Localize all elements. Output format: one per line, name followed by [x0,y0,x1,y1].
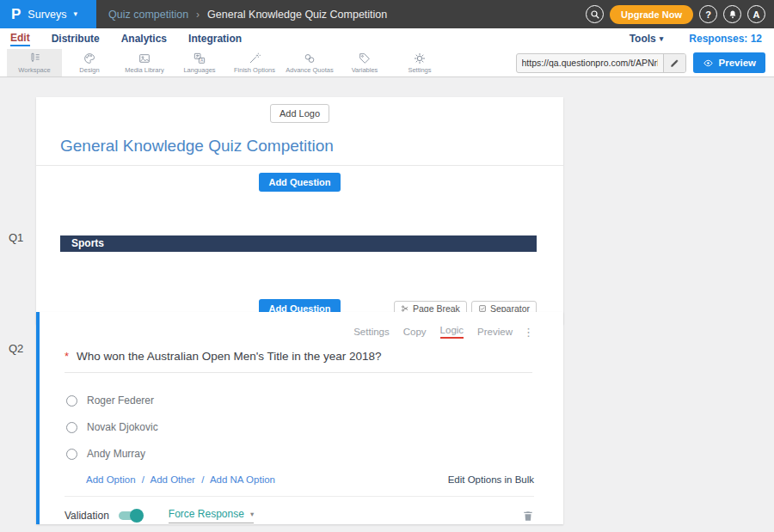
survey-title[interactable]: General Knowledge Quiz Competition [60,137,537,156]
notifications-button[interactable] [723,5,741,23]
chain-links-icon [303,52,316,65]
workspace-icon [28,52,41,65]
question-text[interactable]: Who won the Australian Open Men's Title … [77,350,382,363]
toolbar-item-label: Advance Quotas [286,66,333,74]
toolbar-item-label: Languages [183,66,215,74]
answer-option-label[interactable]: Andy Murray [87,448,145,460]
pencil-icon [670,58,679,68]
toolbar-item-advance-quotas[interactable]: Advance Quotas [282,49,337,76]
tab-edit[interactable]: Edit [10,32,30,46]
kebab-menu-icon[interactable]: ⋮ [523,326,534,339]
question-card-q2: Settings Copy Logic Preview ⋮ * Who won … [36,312,563,524]
validation-toggle[interactable] [119,511,142,520]
responses-count[interactable]: Responses: 12 [689,33,762,45]
toolbar-item-media-library[interactable]: Media Library [117,49,172,76]
logo-row: Add Logo [36,97,563,123]
question-action-settings[interactable]: Settings [353,327,390,337]
product-menu-label[interactable]: Surveys [28,9,66,21]
toolbar-item-label: Workspace [18,66,50,74]
toggle-knob [130,509,144,523]
radio-button-icon[interactable] [66,422,77,433]
answer-option-label[interactable]: Novak Djokovic [87,421,158,433]
breadcrumb-survey-name[interactable]: General Knowledge Quiz Competition [207,9,387,21]
answer-option-row: Novak Djokovic [66,421,563,433]
answer-option-row: Roger Federer [66,394,563,407]
toolbar-item-label: Finish Options [234,66,275,74]
search-icon [590,9,600,20]
add-question-button[interactable]: Add Question [259,173,340,192]
nav-right-group: Tools▾ Responses: 12 [630,33,764,45]
radio-button-icon[interactable] [66,395,77,407]
answer-option-row: Andy Murray [66,448,563,460]
question-action-logic[interactable]: Logic [440,325,464,339]
toolbar-item-settings[interactable]: Settings [392,49,447,76]
delete-question-button[interactable] [522,510,534,523]
title-divider [36,165,563,166]
question-action-preview[interactable]: Preview [477,327,513,337]
force-response-dropdown[interactable]: Force Response ▾ [169,508,254,523]
help-button[interactable]: ? [699,5,717,23]
avatar[interactable]: A [747,5,765,23]
trash-icon [522,510,534,523]
tab-integration[interactable]: Integration [188,33,242,46]
answer-options-list: Roger Federer Novak Djokovic Andy Murray [66,394,563,460]
add-option-link[interactable]: Add Option [86,474,136,485]
question-footer: Validation Force Response ▾ [64,496,534,523]
option-links-row: Add Option / Add Other / Add NA Option E… [86,474,534,485]
radio-button-icon[interactable] [66,449,77,460]
tab-distribute[interactable]: Distribute [52,33,100,46]
tools-label: Tools [630,33,656,45]
svg-text:A: A [200,58,204,63]
survey-editor-canvas: Q1 Q2 Add Logo General Knowledge Quiz Co… [0,77,774,532]
toolbar-right-group: Preview [516,49,774,76]
preview-button[interactable]: Preview [693,52,765,73]
section-header-q1[interactable]: Sports [60,235,537,252]
survey-url-box [516,53,686,73]
toolbar-item-design[interactable]: Design [62,49,117,76]
edit-url-button[interactable] [663,53,685,73]
breadcrumb: Quiz competition › General Knowledge Qui… [108,9,387,21]
toolbar-item-label: Settings [408,66,431,74]
required-marker: * [64,350,69,363]
nav-tab-bar: Edit Distribute Analytics Integration To… [0,28,774,49]
add-other-link[interactable]: Add Other [150,474,195,485]
question-action-copy[interactable]: Copy [403,327,427,337]
toolbar-item-languages[interactable]: A Languages [172,49,227,76]
questionpro-logo: P [11,7,21,21]
question-number-q1: Q1 [9,231,23,244]
topbar-actions: Upgrade Now ? A [586,5,774,24]
toolbar-item-label: Design [79,66,99,74]
chevron-down-icon: ▾ [660,35,664,43]
link-separator: / [142,474,144,485]
add-na-option-link[interactable]: Add NA Option [210,474,275,485]
magic-wand-icon [248,52,261,65]
app-logo-menu[interactable]: P Surveys ▾ [0,0,96,28]
tab-analytics[interactable]: Analytics [121,33,167,46]
validation-label: Validation [64,510,109,522]
breadcrumb-folder[interactable]: Quiz competition [108,9,188,21]
tag-icon [358,52,372,65]
chevron-down-icon: ▾ [250,510,254,518]
image-icon [138,52,151,65]
search-button[interactable] [586,5,604,23]
add-logo-button[interactable]: Add Logo [270,104,329,123]
toolbar-item-workspace[interactable]: Workspace [7,49,62,76]
gear-icon [413,52,427,65]
preview-button-label: Preview [719,58,756,68]
palette-icon [83,52,96,65]
toolbar-item-variables[interactable]: Variables [337,49,392,76]
link-separator: / [201,474,204,485]
question-action-bar: Settings Copy Logic Preview ⋮ [40,312,563,339]
survey-url-input[interactable] [517,58,663,68]
breadcrumb-arrow-icon: › [196,9,200,21]
top-header-bar: P Surveys ▾ Quiz competition › General K… [0,0,774,28]
question-text-row[interactable]: * Who won the Australian Open Men's Titl… [64,350,532,373]
chevron-down-icon: ▾ [74,10,78,18]
upgrade-now-button[interactable]: Upgrade Now [610,5,693,24]
tools-menu[interactable]: Tools▾ [630,33,664,45]
edit-options-in-bulk-link[interactable]: Edit Options in Bulk [448,474,534,485]
eye-icon [703,58,714,69]
toolbar-item-finish-options[interactable]: Finish Options [227,49,282,76]
answer-option-label[interactable]: Roger Federer [87,394,154,407]
bell-icon [728,9,738,20]
